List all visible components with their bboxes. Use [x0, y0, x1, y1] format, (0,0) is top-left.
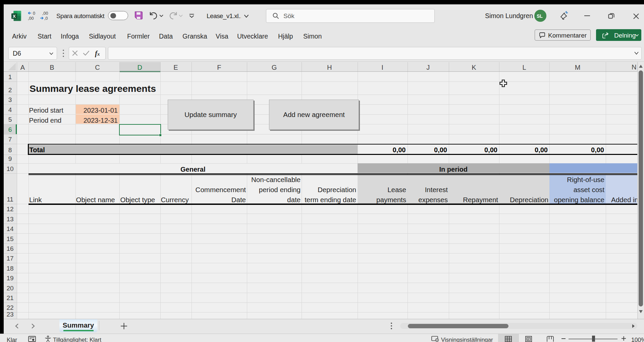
- svg-text:0: 0: [33, 11, 35, 16]
- svg-text:,0: ,0: [44, 16, 48, 21]
- svg-text:X: X: [13, 14, 16, 19]
- svg-text:,00: ,00: [28, 16, 34, 21]
- svg-text:,00: ,00: [42, 11, 48, 16]
